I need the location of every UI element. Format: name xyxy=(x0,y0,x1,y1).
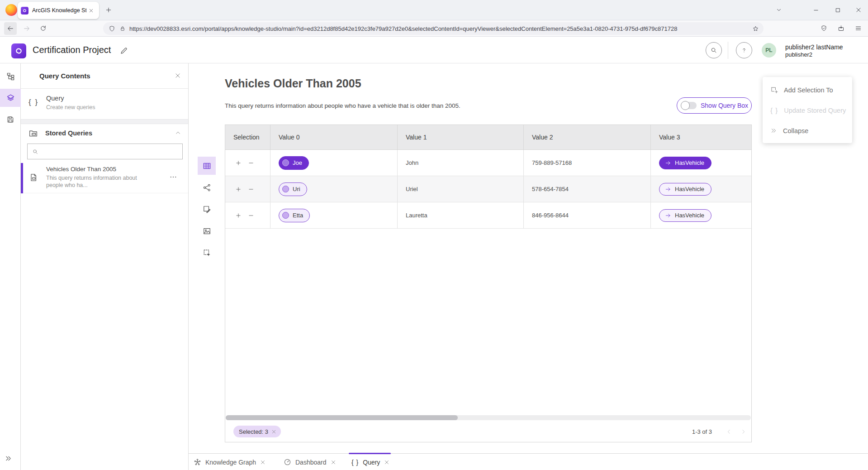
chart-view-icon[interactable] xyxy=(198,200,216,218)
selected-count-chip[interactable]: Selected: 3 xyxy=(233,426,281,437)
item-options-icon[interactable] xyxy=(169,173,177,181)
entity-pill[interactable]: Uri xyxy=(279,182,307,196)
stored-queries-title: Stored Queries xyxy=(45,129,92,137)
table-row[interactable]: Etta Lauretta 846-956-8644 HasVehicle xyxy=(225,202,751,229)
column-header[interactable]: Selection xyxy=(225,125,270,149)
query-contents-panel: Query Contents { } Query Create new quer… xyxy=(21,63,189,470)
show-query-box-toggle[interactable]: Show Query Box xyxy=(677,97,752,114)
add-to-selection-icon[interactable] xyxy=(233,158,243,168)
column-header[interactable]: Value 3 xyxy=(651,125,751,149)
tab-dashboard[interactable]: Dashboard xyxy=(284,454,336,470)
table-row[interactable]: Uri Uriel 578-654-7854 HasVehicle xyxy=(225,176,751,202)
entity-pill[interactable]: Joe xyxy=(279,156,309,170)
menu-item-update-stored-query[interactable]: { } Update Stored Query xyxy=(763,100,852,120)
relationship-pill[interactable]: HasVehicle xyxy=(659,183,711,196)
stored-query-item[interactable]: Vehicles Older Than 2005 This query retu… xyxy=(21,163,188,193)
entity-pill[interactable]: Etta xyxy=(279,209,310,222)
column-header[interactable]: Value 2 xyxy=(524,125,651,149)
remove-from-selection-icon[interactable] xyxy=(246,211,256,221)
next-page-icon[interactable] xyxy=(740,428,747,435)
toggle-switch[interactable] xyxy=(681,102,697,109)
contents-layers-icon[interactable] xyxy=(0,89,21,107)
user-name: publisher2 lastName xyxy=(785,43,864,51)
close-tab-icon[interactable] xyxy=(260,460,266,465)
edit-title-icon[interactable] xyxy=(120,47,128,55)
menu-item-collapse[interactable]: Collapse xyxy=(763,120,852,141)
add-to-selection-icon[interactable] xyxy=(233,211,243,221)
new-tab-button[interactable] xyxy=(103,4,114,16)
section-gap xyxy=(21,119,188,124)
map-view-icon[interactable] xyxy=(198,222,216,240)
tab-close-icon[interactable] xyxy=(86,6,95,15)
panel-title: Query Contents xyxy=(39,72,90,80)
entity-dot-icon xyxy=(282,212,289,219)
selection-tools-icon[interactable] xyxy=(198,244,216,262)
menu-item-add-selection-to[interactable]: Add Selection To xyxy=(763,80,852,100)
braces-icon: { } xyxy=(770,106,778,114)
left-icon-rail xyxy=(0,63,21,470)
stored-queries-search-input[interactable] xyxy=(43,148,178,155)
menu-icon[interactable] xyxy=(852,22,864,34)
cell-value: Lauretta xyxy=(398,202,524,228)
forward-button[interactable] xyxy=(20,22,33,35)
stored-queries-search[interactable] xyxy=(27,144,183,159)
save-icon[interactable] xyxy=(0,110,21,129)
table-view-icon[interactable] xyxy=(198,157,216,175)
stored-queries-header[interactable]: Stored Queries xyxy=(21,124,188,142)
lock-icon[interactable] xyxy=(119,25,126,32)
panel-close-icon[interactable] xyxy=(175,72,181,79)
remove-from-selection-icon[interactable] xyxy=(246,184,256,194)
close-tab-icon[interactable] xyxy=(384,460,389,465)
reload-button[interactable] xyxy=(37,22,49,35)
browser-tab[interactable]: ArcGIS Knowledge Studio xyxy=(18,2,99,19)
stored-query-icon xyxy=(29,173,38,182)
cell-value: John xyxy=(398,150,524,176)
pagination-range: 1-3 of 3 xyxy=(692,428,712,435)
previous-page-icon[interactable] xyxy=(725,428,732,435)
chevron-up-icon[interactable] xyxy=(175,130,181,136)
expand-panel-icon[interactable] xyxy=(5,455,12,462)
library-icon[interactable] xyxy=(835,22,847,34)
tab-knowledge-graph[interactable]: Knowledge Graph xyxy=(194,454,266,470)
page-title: Vehicles Older Than 2005 xyxy=(225,77,361,90)
cell-value: 846-956-8644 xyxy=(524,202,651,228)
relationship-pill[interactable]: HasVehicle xyxy=(659,157,711,169)
url-bar[interactable]: https://dev0028833.esri.com/portal/apps/… xyxy=(103,22,764,35)
add-to-selection-icon[interactable] xyxy=(233,184,243,194)
firefox-icon[interactable] xyxy=(5,4,17,16)
window-close-icon[interactable] xyxy=(853,4,864,16)
url-text[interactable]: https://dev0028833.esri.com/portal/apps/… xyxy=(129,25,752,32)
help-button[interactable] xyxy=(736,42,752,58)
window-maximize-icon[interactable] xyxy=(832,4,844,16)
page-description: This query returns information about peo… xyxy=(225,102,460,109)
bookmark-star-icon[interactable] xyxy=(752,25,759,32)
search-button[interactable] xyxy=(706,42,722,58)
remove-from-selection-icon[interactable] xyxy=(246,158,256,168)
list-tabs-icon[interactable] xyxy=(773,4,785,16)
column-header[interactable]: Value 1 xyxy=(398,125,524,149)
column-header[interactable]: Value 0 xyxy=(270,125,398,149)
horizontal-scrollbar[interactable] xyxy=(226,415,751,420)
scrollbar-thumb[interactable] xyxy=(226,415,458,420)
close-tab-icon[interactable] xyxy=(331,460,336,465)
tab-query[interactable]: { } Query xyxy=(351,454,389,470)
toggle-label: Show Query Box xyxy=(701,102,748,109)
user-avatar[interactable]: PL xyxy=(762,43,776,58)
clear-selection-icon[interactable] xyxy=(271,429,276,434)
shield-icon[interactable] xyxy=(818,22,830,34)
window-minimize-icon[interactable] xyxy=(810,4,822,16)
user-username: publisher2 xyxy=(785,51,864,58)
table-row[interactable]: Joe John 759-889-57168 HasVehicle xyxy=(225,150,751,176)
query-item[interactable]: { } Query Create new queries xyxy=(21,89,188,119)
arrow-right-icon xyxy=(665,186,671,192)
folder-icon xyxy=(28,129,38,138)
back-button[interactable] xyxy=(4,22,17,35)
search-icon xyxy=(32,149,38,155)
braces-icon: { } xyxy=(28,98,38,107)
relationship-pill[interactable]: HasVehicle xyxy=(659,209,711,222)
knowledge-studio-logo xyxy=(11,43,26,58)
tracking-protection-shield-icon[interactable] xyxy=(109,25,115,32)
link-chart-view-icon[interactable] xyxy=(198,178,216,197)
cell-value: Uriel xyxy=(398,176,524,202)
data-model-icon[interactable] xyxy=(0,67,21,85)
